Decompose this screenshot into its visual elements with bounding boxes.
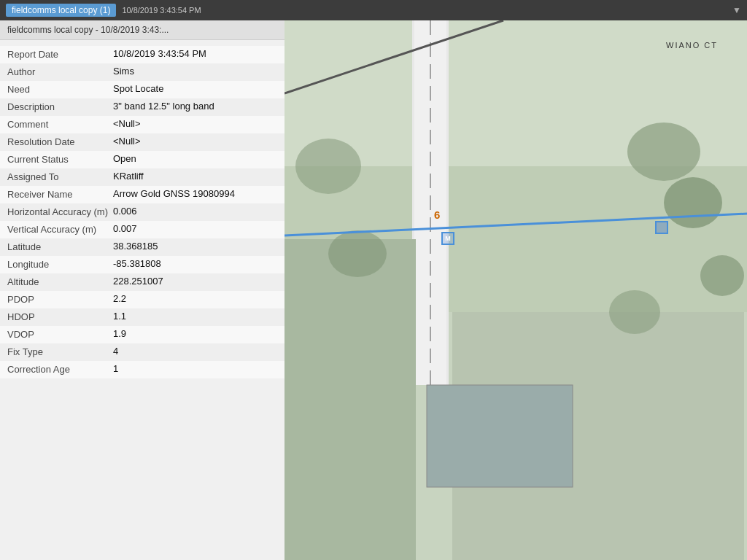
field-value: 1 — [113, 363, 277, 374]
field-label: Report Date — [7, 48, 113, 60]
map-panel: WIANO CT 6 M — [285, 20, 747, 560]
field-value: 228.251007 — [113, 276, 277, 287]
title-bar-timestamp: 10/8/2019 3:43:54 PM — [122, 6, 201, 15]
map-background — [285, 20, 747, 560]
svg-point-12 — [664, 177, 722, 228]
field-label: Author — [7, 66, 113, 77]
main-container: fieldcomms local copy - 10/8/2019 3:43:.… — [0, 20, 747, 560]
field-label: Need — [7, 83, 113, 95]
field-row: Longitude-85.381808 — [0, 256, 285, 273]
title-bar-label: fieldcomms local copy (1) — [6, 4, 116, 17]
field-value: 10/8/2019 3:43:54 PM — [113, 48, 277, 59]
field-row: Current StatusOpen — [0, 151, 285, 168]
svg-point-15 — [295, 139, 361, 194]
field-row: Horizontal Accuracy (m)0.006 — [0, 203, 285, 221]
field-value: <Null> — [113, 118, 277, 129]
field-value: 1.1 — [113, 311, 277, 322]
field-row: NeedSpot Locate — [0, 81, 285, 98]
field-label: Latitude — [7, 241, 113, 252]
field-label: PDOP — [7, 293, 113, 305]
panel-header: fieldcomms local copy - 10/8/2019 3:43:.… — [0, 20, 285, 40]
svg-point-14 — [700, 255, 744, 296]
field-label: Fix Type — [7, 346, 113, 357]
field-value: 1.9 — [113, 328, 277, 339]
field-label: Description — [7, 101, 113, 112]
field-row: Comment<Null> — [0, 116, 285, 133]
left-panel: fieldcomms local copy - 10/8/2019 3:43:.… — [0, 20, 285, 560]
marker-m-label: M — [445, 235, 451, 242]
title-bar: fieldcomms local copy (1) 10/8/2019 3:43… — [0, 0, 747, 20]
field-value: Spot Locate — [113, 83, 277, 94]
field-label: Vertical Accuracy (m) — [7, 223, 113, 235]
field-row: Vertical Accuracy (m)0.007 — [0, 221, 285, 238]
field-value: Sims — [113, 66, 277, 77]
field-value: 0.006 — [113, 206, 277, 217]
field-row: Latitude38.368185 — [0, 238, 285, 256]
field-row: AuthorSims — [0, 63, 285, 81]
map-number-6: 6 — [434, 209, 440, 221]
field-label: HDOP — [7, 311, 113, 322]
field-label: Current Status — [7, 153, 113, 165]
field-row: Altitude228.251007 — [0, 273, 285, 291]
field-label: Receiver Name — [7, 188, 113, 200]
field-row: Assigned ToKRatliff — [0, 168, 285, 186]
field-label: Horizontal Accuracy (m) — [7, 206, 113, 217]
field-label: Correction Age — [7, 363, 113, 375]
field-row: Description3" band 12.5" long band — [0, 98, 285, 116]
title-bar-arrow[interactable]: ▼ — [732, 5, 741, 15]
field-label: Assigned To — [7, 171, 113, 182]
field-label: Longitude — [7, 258, 113, 270]
field-label: VDOP — [7, 328, 113, 340]
field-label: Altitude — [7, 276, 113, 287]
field-row: Fix Type4 — [0, 343, 285, 361]
field-value: 4 — [113, 346, 277, 357]
field-value: 38.368185 — [113, 241, 277, 252]
svg-point-11 — [627, 122, 700, 181]
field-row: Resolution Date<Null> — [0, 133, 285, 151]
field-value: 2.2 — [113, 293, 277, 304]
field-label: Comment — [7, 118, 113, 130]
field-value: <Null> — [113, 136, 277, 147]
field-value: 0.007 — [113, 223, 277, 234]
field-label: Resolution Date — [7, 136, 113, 147]
field-value: Arrow Gold GNSS 19080994 — [113, 188, 277, 199]
field-value: 3" band 12.5" long band — [113, 101, 277, 112]
field-value: -85.381808 — [113, 258, 277, 269]
field-row: VDOP1.9 — [0, 326, 285, 343]
svg-point-13 — [609, 290, 660, 334]
field-row: Report Date10/8/2019 3:43:54 PM — [0, 46, 285, 63]
map-marker-m: M — [441, 232, 454, 245]
svg-rect-9 — [427, 385, 573, 487]
map-marker-b — [655, 221, 668, 234]
field-row: Correction Age1 — [0, 361, 285, 378]
field-row: PDOP2.2 — [0, 291, 285, 308]
field-value: KRatliff — [113, 171, 277, 182]
svg-point-16 — [328, 230, 387, 277]
panel-content[interactable]: Report Date10/8/2019 3:43:54 PMAuthorSim… — [0, 40, 285, 560]
field-row: Receiver NameArrow Gold GNSS 19080994 — [0, 186, 285, 203]
field-value: Open — [113, 153, 277, 164]
svg-rect-7 — [285, 239, 416, 560]
field-row: HDOP1.1 — [0, 308, 285, 326]
road-label: WIANO CT — [666, 41, 718, 50]
